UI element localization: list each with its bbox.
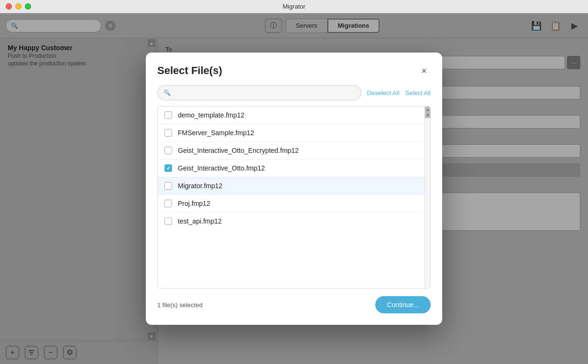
file-name: FMServer_Sample.fmp12 [178, 129, 254, 137]
scrollbar-up[interactable]: ▲ [425, 107, 431, 112]
file-list-item[interactable]: demo_template.fmp12 [158, 107, 430, 124]
modal-search-box[interactable]: 🔍 [157, 85, 361, 100]
file-name: Geist_Interactive_Otto_Encrypted.fmp12 [178, 147, 299, 154]
app-title: Migrator [283, 3, 305, 10]
continue-button[interactable]: Continue... [375, 296, 431, 313]
file-list-item[interactable]: test_api.fmp12 [158, 213, 430, 230]
file-checkbox[interactable] [164, 182, 172, 190]
file-list-item[interactable]: Geist_Interactive_Otto_Encrypted.fmp12 [158, 142, 430, 160]
modal-overlay: Select File(s) × 🔍 Deselect All Select A… [0, 13, 588, 364]
selected-count: 1 file(s) selected [157, 301, 203, 309]
file-name: demo_template.fmp12 [178, 111, 244, 119]
file-list-item[interactable]: Geist_Interactive_Otto.fmp12 [158, 160, 430, 177]
modal-search-input[interactable] [174, 89, 355, 96]
file-list-item[interactable]: Proj.fmp12 [158, 195, 430, 213]
file-list-container: demo_template.fmp12FMServer_Sample.fmp12… [157, 106, 431, 289]
select-files-modal: Select File(s) × 🔍 Deselect All Select A… [146, 53, 442, 325]
file-name: Migrator.fmp12 [178, 182, 222, 190]
file-name: test_api.fmp12 [178, 217, 222, 225]
modal-scrollbar: ▲ ▼ [425, 107, 430, 288]
modal-close-button[interactable]: × [417, 64, 431, 77]
file-list-item[interactable]: Migrator.fmp12 [158, 177, 430, 195]
traffic-lights [6, 3, 31, 10]
select-all-button[interactable]: Select All [405, 89, 431, 96]
modal-action-links: Deselect All Select All [367, 89, 431, 96]
file-checkbox[interactable] [164, 147, 172, 154]
modal-search-row: 🔍 Deselect All Select All [157, 85, 431, 100]
file-checkbox[interactable] [164, 164, 172, 172]
file-checkbox[interactable] [164, 200, 172, 207]
modal-search-icon: 🔍 [163, 89, 171, 96]
file-checkbox[interactable] [164, 129, 172, 137]
file-list: demo_template.fmp12FMServer_Sample.fmp12… [158, 107, 430, 288]
modal-title: Select File(s) [157, 64, 222, 77]
modal-footer: 1 file(s) selected Continue... [157, 296, 431, 313]
maximize-traffic-light[interactable] [25, 3, 31, 10]
title-bar: Migrator [0, 0, 588, 13]
close-traffic-light[interactable] [6, 3, 12, 10]
file-name: Proj.fmp12 [178, 200, 210, 207]
minimize-traffic-light[interactable] [15, 3, 22, 10]
scrollbar-down[interactable]: ▼ [425, 112, 431, 118]
file-checkbox[interactable] [164, 111, 172, 119]
file-name: Geist_Interactive_Otto.fmp12 [178, 164, 265, 172]
file-list-item[interactable]: FMServer_Sample.fmp12 [158, 124, 430, 142]
file-checkbox[interactable] [164, 217, 172, 225]
modal-header: Select File(s) × [157, 64, 431, 77]
deselect-all-button[interactable]: Deselect All [367, 89, 400, 96]
